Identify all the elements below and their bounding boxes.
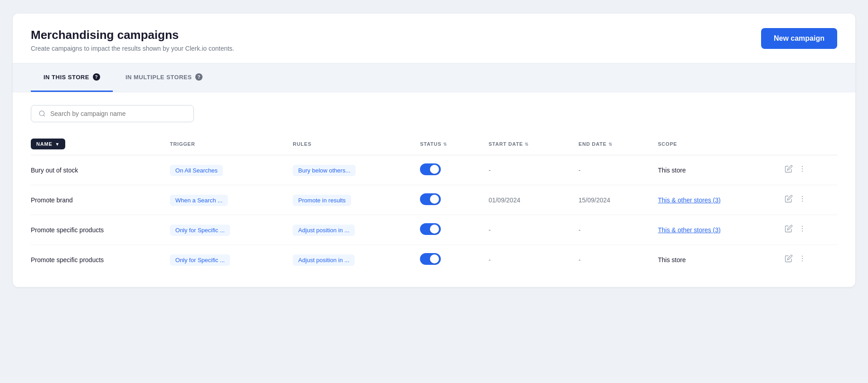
scope-link[interactable]: This & other stores (3) bbox=[658, 196, 721, 204]
edit-icon[interactable] bbox=[785, 195, 793, 205]
campaign-name-cell: Bury out of stock bbox=[31, 155, 163, 185]
new-campaign-button[interactable]: New campaign bbox=[761, 28, 837, 49]
scope-cell: This & other stores (3) bbox=[651, 185, 777, 215]
campaign-name: Promote specific products bbox=[31, 256, 104, 263]
status-cell bbox=[413, 215, 481, 245]
tab-in-multiple-stores[interactable]: IN MULTIPLE STORES ? bbox=[113, 63, 215, 92]
trigger-badge[interactable]: Only for Specific ... bbox=[170, 225, 230, 236]
status-toggle[interactable] bbox=[420, 163, 441, 175]
campaign-name-cell: Promote specific products bbox=[31, 215, 163, 245]
in-this-store-help-icon[interactable]: ? bbox=[93, 73, 100, 81]
content-section: NAME ▼ TRIGGER RULES STATUS ⇅ bbox=[13, 92, 855, 287]
status-toggle[interactable] bbox=[420, 253, 441, 265]
scope-text: This store bbox=[658, 167, 685, 174]
edit-icon[interactable] bbox=[785, 254, 793, 265]
rules-cell: Adjust position in ... bbox=[285, 245, 413, 275]
actions-cell bbox=[777, 215, 837, 245]
svg-point-2 bbox=[802, 166, 803, 167]
actions-cell bbox=[777, 155, 837, 185]
edit-icon[interactable] bbox=[785, 225, 793, 235]
actions-cell bbox=[777, 245, 837, 275]
status-cell bbox=[413, 185, 481, 215]
scope-link[interactable]: This & other stores (3) bbox=[658, 226, 721, 234]
th-trigger: TRIGGER bbox=[163, 133, 285, 155]
end-date-sort-icon: ⇅ bbox=[608, 142, 612, 147]
more-options-icon[interactable] bbox=[798, 254, 806, 265]
th-end-date: END DATE ⇅ bbox=[571, 133, 651, 155]
trigger-badge[interactable]: On All Searches bbox=[170, 165, 223, 176]
trigger-cell: On All Searches bbox=[163, 155, 285, 185]
toggle-slider bbox=[420, 253, 441, 265]
scope-cell: This store bbox=[651, 245, 777, 275]
end-date-cell: 15/09/2024 bbox=[571, 185, 651, 215]
rules-badge[interactable]: Bury below others... bbox=[293, 165, 356, 176]
start-date-sort[interactable]: START DATE ⇅ bbox=[488, 141, 529, 147]
start-date-cell: - bbox=[481, 215, 571, 245]
page-subtitle: Create campaigns to impact the results s… bbox=[31, 45, 234, 52]
tab-in-multiple-stores-label: IN MULTIPLE STORES bbox=[125, 74, 192, 81]
end-date-cell: - bbox=[571, 215, 651, 245]
table-row: Bury out of stockOn All SearchesBury bel… bbox=[31, 155, 837, 185]
more-options-icon[interactable] bbox=[798, 225, 806, 235]
status-toggle[interactable] bbox=[420, 223, 441, 235]
tab-in-this-store[interactable]: IN THIS STORE ? bbox=[31, 63, 113, 92]
end-date-cell: - bbox=[571, 155, 651, 185]
edit-icon[interactable] bbox=[785, 165, 793, 175]
trigger-cell: Only for Specific ... bbox=[163, 245, 285, 275]
table-row: Promote specific productsOnly for Specif… bbox=[31, 245, 837, 275]
trigger-cell: When a Search ... bbox=[163, 185, 285, 215]
status-cell bbox=[413, 155, 481, 185]
svg-point-9 bbox=[802, 228, 803, 229]
svg-point-5 bbox=[802, 196, 803, 197]
header-text: Merchandising campaigns Create campaigns… bbox=[31, 28, 234, 52]
table-row: Promote brandWhen a Search ...Promote in… bbox=[31, 185, 837, 215]
search-input[interactable] bbox=[50, 110, 186, 117]
more-options-icon[interactable] bbox=[798, 165, 806, 175]
page-title: Merchandising campaigns bbox=[31, 28, 234, 42]
toggle-slider bbox=[420, 163, 441, 175]
end-date-cell: - bbox=[571, 245, 651, 275]
start-date-cell: 01/09/2024 bbox=[481, 185, 571, 215]
svg-point-3 bbox=[802, 168, 803, 169]
end-date-sort[interactable]: END DATE ⇅ bbox=[579, 141, 612, 147]
campaign-name-cell: Promote specific products bbox=[31, 245, 163, 275]
svg-point-10 bbox=[802, 230, 803, 231]
trigger-badge[interactable]: When a Search ... bbox=[170, 195, 228, 206]
search-icon bbox=[39, 110, 46, 117]
main-card: Merchandising campaigns Create campaigns… bbox=[13, 14, 855, 287]
rules-cell: Adjust position in ... bbox=[285, 215, 413, 245]
actions-cell bbox=[777, 185, 837, 215]
in-multiple-stores-help-icon[interactable]: ? bbox=[195, 73, 203, 81]
campaign-name-cell: Promote brand bbox=[31, 185, 163, 215]
status-sort[interactable]: STATUS ⇅ bbox=[420, 141, 447, 147]
svg-point-8 bbox=[802, 226, 803, 227]
rules-badge[interactable]: Promote in results bbox=[293, 195, 351, 206]
name-sort-icon: ▼ bbox=[55, 142, 60, 147]
scope-cell: This & other stores (3) bbox=[651, 215, 777, 245]
svg-point-11 bbox=[802, 256, 803, 257]
status-cell bbox=[413, 245, 481, 275]
search-bar bbox=[31, 105, 194, 122]
toggle-slider bbox=[420, 223, 441, 235]
status-toggle[interactable] bbox=[420, 193, 441, 205]
toggle-slider bbox=[420, 193, 441, 205]
th-scope: SCOPE bbox=[651, 133, 777, 155]
campaign-name: Promote brand bbox=[31, 196, 73, 204]
name-sort-button[interactable]: NAME ▼ bbox=[31, 139, 65, 149]
trigger-badge[interactable]: Only for Specific ... bbox=[170, 254, 230, 266]
th-name: NAME ▼ bbox=[31, 133, 163, 155]
campaign-name: Bury out of stock bbox=[31, 167, 78, 174]
more-options-icon[interactable] bbox=[798, 195, 806, 205]
rules-badge[interactable]: Adjust position in ... bbox=[293, 254, 355, 266]
svg-point-7 bbox=[802, 201, 803, 201]
th-actions bbox=[777, 133, 837, 155]
rules-cell: Bury below others... bbox=[285, 155, 413, 185]
tabs-row: IN THIS STORE ? IN MULTIPLE STORES ? bbox=[31, 63, 837, 92]
svg-point-13 bbox=[802, 260, 803, 261]
start-date-sort-icon: ⇅ bbox=[525, 142, 529, 147]
svg-point-0 bbox=[39, 111, 44, 116]
start-date-cell: - bbox=[481, 155, 571, 185]
rules-badge[interactable]: Adjust position in ... bbox=[293, 225, 355, 236]
rules-cell: Promote in results bbox=[285, 185, 413, 215]
trigger-cell: Only for Specific ... bbox=[163, 215, 285, 245]
